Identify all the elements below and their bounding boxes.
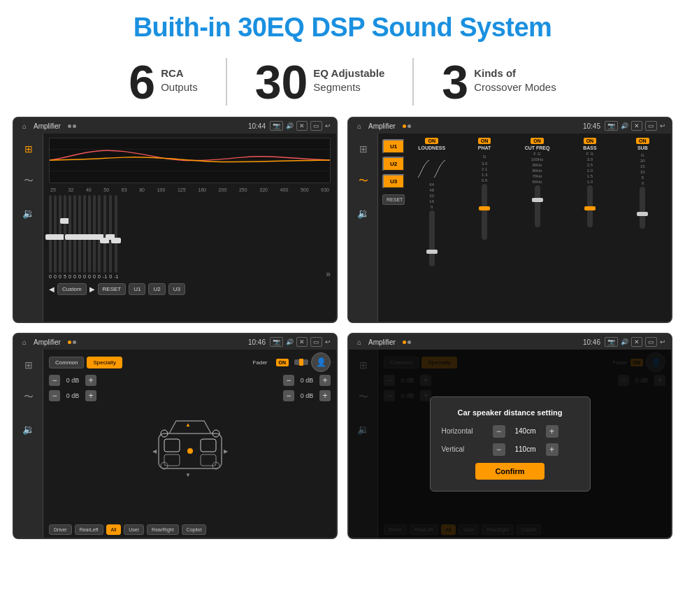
vol-row-0: − 0 dB + [49,375,96,386]
preset-u3[interactable]: U3 [382,174,405,189]
loudness-thumb[interactable] [426,250,438,254]
home-icon[interactable]: ⌂ [20,121,29,131]
vol-val-2: 0 dB [297,377,317,384]
tab-common-3[interactable]: Common [49,357,84,368]
rearright-btn-3[interactable]: RearRight [147,524,179,535]
dot-8 [408,341,411,344]
eq-icon[interactable]: ⊞ [19,139,38,159]
fader-slider-h [294,359,308,365]
u2-btn-1[interactable]: U2 [148,283,165,295]
cutfreq-slider[interactable] [535,185,540,227]
sub-g-label: G [641,153,644,157]
home-icon-3[interactable]: ⌂ [20,337,29,347]
vol-plus-1[interactable]: + [85,390,96,401]
home-icon-2[interactable]: ⌂ [354,121,364,131]
eq-graph [49,138,331,183]
bass-label: BASS [583,145,596,150]
phat-label: PHAT [478,145,491,150]
screen-dialog: ⌂ Amplifier 10:46 📷 🔊 ✕ ▭ ↩ ⊞ 〜 [347,333,672,539]
status-icons-4: 📷 🔊 ✕ ▭ ↩ [605,337,665,347]
eq-slider-2[interactable]: 0 [59,195,62,279]
cutfreq-on-badge: ON [531,138,544,144]
vol-minus-3[interactable]: − [283,390,294,401]
status-icons-1: 📷 🔊 ✕ ▭ ↩ [270,121,331,131]
cutfreq-thumb[interactable] [532,198,543,202]
speaker-icon-3[interactable]: 🔉 [19,420,38,439]
phat-slider[interactable] [482,184,487,240]
wave-icon-3[interactable]: 〜 [19,387,38,407]
wifi-icon-4: ✕ [631,337,642,347]
stat-crossover-number: 3 [442,58,468,106]
status-indicators-1 [68,124,76,128]
vol-plus-2[interactable]: + [319,375,331,386]
back-icon-2[interactable]: ↩ [660,122,665,129]
phat-thumb[interactable] [479,206,490,210]
fader-toggle-3[interactable]: ON [276,359,289,366]
vol-minus-0[interactable]: − [49,375,60,386]
time-display-4: 10:46 [583,338,600,346]
wave-icon[interactable]: 〜 [19,171,38,191]
confirm-button[interactable]: Confirm [475,463,544,480]
user-btn-3[interactable]: User [124,524,144,535]
vol-plus-0[interactable]: + [85,375,96,386]
eq-slider-10[interactable]: 0 [98,195,101,279]
phat-on-badge: ON [478,138,491,144]
back-icon-1[interactable]: ↩ [325,122,331,129]
volume-icon-2: 🔊 [621,122,628,129]
amplifier-title-1: Amplifier [34,122,61,130]
speaker-icon-2[interactable]: 🔉 [354,203,373,223]
user-icon-btn-3[interactable]: 👤 [311,352,331,372]
driver-btn-3[interactable]: Driver [49,524,72,535]
sub-slider[interactable] [640,187,645,229]
speaker-icon[interactable]: 🔉 [19,203,38,223]
time-display-1: 10:44 [248,122,266,130]
dialog-horizontal-minus[interactable]: − [493,425,505,438]
loudness-svg [417,153,431,181]
copilot-btn-3[interactable]: Copilot [182,524,207,535]
preset-u2[interactable]: U2 [382,157,405,171]
vol-plus-3[interactable]: + [319,390,331,401]
eq-slider-13[interactable]: -1 [114,195,118,279]
bass-slider[interactable] [587,185,593,227]
reset-btn-1[interactable]: RESET [98,283,127,295]
bass-thumb[interactable] [584,206,596,210]
status-time-2: 10:45 📷 🔊 ✕ ▭ ↩ [583,121,665,131]
screens-grid: ⌂ Amplifier 10:44 📷 🔊 ✕ ▭ ↩ ⊞ 〜 [0,117,685,546]
back-icon-3[interactable]: ↩ [325,338,331,345]
home-icon-4[interactable]: ⌂ [354,337,364,347]
vol-minus-2[interactable]: − [283,375,294,386]
sub-on-badge: ON [636,138,649,144]
tab-row-3: Common Specialty Fader ON 👤 [49,352,331,372]
loudness-slider[interactable] [429,210,435,266]
next-preset-btn[interactable]: ▶ [89,285,95,293]
vol-row-2: − 0 dB + [283,375,331,386]
svg-rect-6 [164,454,180,466]
dialog-vertical-minus[interactable]: − [493,443,505,456]
rearleft-btn-3[interactable]: RearLeft [75,524,103,535]
back-icon-4[interactable]: ↩ [660,338,665,345]
all-btn-3[interactable]: All [106,524,122,535]
u3-btn-1[interactable]: U3 [168,283,185,295]
status-bar-4: ⌂ Amplifier 10:46 📷 🔊 ✕ ▭ ↩ [349,334,671,350]
status-bar-1: ⌂ Amplifier 10:44 📷 🔊 ✕ ▭ ↩ [14,118,336,134]
channel-bass: ON BASS F G 3.0 2.5 2.0 1.5 1.0 [565,138,614,227]
camera-icon-1: 📷 [270,121,283,131]
eq-icon-3[interactable]: ⊞ [19,355,38,375]
prev-preset-btn[interactable]: ◀ [49,285,55,293]
dialog-vertical-plus[interactable]: + [546,443,558,456]
sub-thumb[interactable] [637,212,648,216]
tab-specialty-3[interactable]: Specialty [87,357,122,368]
reset-btn-2[interactable]: RESET [382,194,405,205]
wave-icon-2[interactable]: 〜 [354,171,373,191]
eq-slider-12[interactable]: 0 [109,195,112,279]
dialog-horizontal-plus[interactable]: + [546,425,558,438]
dot-4 [408,124,411,128]
expand-icon[interactable]: » [326,269,331,279]
stat-eq-label: EQ Adjustable Segments [313,58,384,94]
preset-u1[interactable]: U1 [382,139,405,154]
screen-content-1: ⊞ 〜 🔉 [14,134,336,322]
u1-btn-1[interactable]: U1 [129,283,145,295]
eq-icon-2[interactable]: ⊞ [354,139,373,159]
vol-minus-1[interactable]: − [49,390,60,401]
custom-preset-btn[interactable]: Custom [57,283,87,295]
